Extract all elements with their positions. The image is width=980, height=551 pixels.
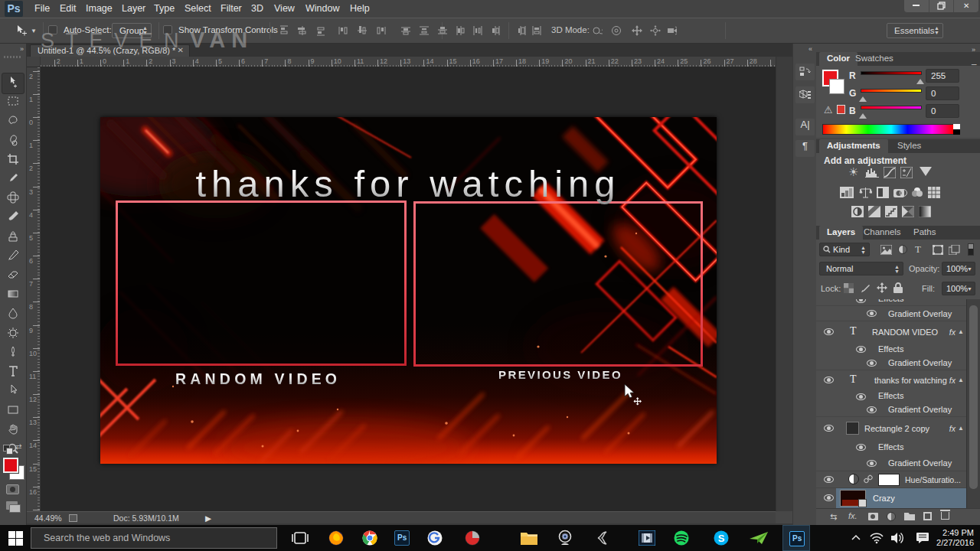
svg-text:thanks for watching: thanks for watching	[195, 163, 620, 204]
svg-text:RANDOM VIDEO: RANDOM VIDEO	[175, 370, 341, 387]
svg-text:S: S	[718, 533, 725, 544]
svg-text:PREVIOUS VIDEO: PREVIOUS VIDEO	[498, 368, 622, 381]
